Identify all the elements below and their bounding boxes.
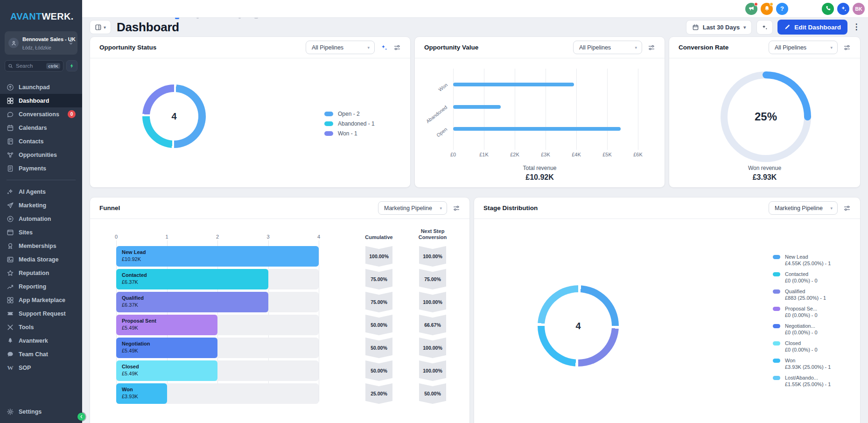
funnel-stage-row-proposal-sent[interactable]: Proposal Sent£5.49K [116, 315, 319, 335]
search-input[interactable] [16, 63, 43, 69]
account-switcher[interactable]: Bennovate Sales - UK Łódz, Łódzkie [5, 31, 77, 55]
donut-total: 4 [545, 292, 612, 360]
pipeline-filter-select[interactable]: All Pipelines ▾ [573, 41, 642, 54]
sidebar-item-support-request[interactable]: Support Request [0, 307, 82, 320]
chart-settings-icon[interactable] [453, 204, 460, 212]
sidebar-item-app-marketplace[interactable]: App Marketplace [0, 293, 82, 307]
sidebar-item-marketing[interactable]: Marketing [0, 198, 82, 212]
edit-dashboard-button[interactable]: Edit Dashboard [777, 20, 847, 35]
conversion-rate-gauge[interactable]: 25% [721, 71, 811, 162]
sidebar-item-launchpad[interactable]: Launchpad [0, 80, 82, 94]
sidebar-item-memberships[interactable]: Memberships [0, 239, 82, 253]
sidebar-item-sites[interactable]: Sites [0, 226, 82, 239]
stage-distribution-body: 4 New Lead£4.55K (25.00%) - 1Contacted£0… [474, 219, 860, 423]
legend-item[interactable]: Contacted£0 (0.00%) - 0 [773, 271, 831, 284]
stage-distribution-card: Stage Distribution Marketing Pipeline ▾ … [474, 197, 861, 423]
funnel-chart[interactable]: 01234 New Lead£10.92KContacted£6.37KQual… [99, 225, 319, 406]
sidebar-item-label: SOP [19, 365, 31, 371]
stage-value: £5.49K [122, 325, 156, 331]
value-bar-open[interactable] [453, 127, 621, 131]
opportunity-status-donut-chart[interactable]: 4 [142, 85, 206, 148]
pipeline-filter-select[interactable]: All Pipelines ▾ [769, 41, 838, 54]
sidebar-item-reputation[interactable]: Reputation [0, 266, 82, 280]
ai-insights-button[interactable] [756, 20, 773, 35]
help-button[interactable]: ? [776, 3, 788, 15]
sidebar-item-tools[interactable]: Tools [0, 320, 82, 334]
sidebar-item-media-storage[interactable]: Media Storage [0, 253, 82, 266]
funnel-stage-row-qualified[interactable]: Qualified£6.37K [116, 292, 319, 312]
sidebar-item-label: Payments [19, 165, 46, 172]
value-bar-won[interactable] [453, 83, 574, 86]
notifications-button[interactable] [761, 3, 773, 15]
announcements-button[interactable] [745, 3, 757, 15]
sidebar-item-payments[interactable]: Payments [0, 162, 82, 175]
legend-item[interactable]: Qualified£883 (25.00%) - 1 [773, 288, 831, 301]
legend-item[interactable]: Closed£0 (0.00%) - 0 [773, 340, 831, 353]
sidebar-item-label: Support Request [19, 310, 66, 317]
ai-tools-button[interactable] [837, 3, 849, 15]
sidebar-item-contacts[interactable]: Contacts [0, 134, 82, 148]
stage-name: Closed [122, 364, 139, 369]
pipeline-filter-select[interactable]: All Pipelines ▾ [306, 41, 375, 54]
funnel-stage-row-won[interactable]: Won£3.93K [116, 383, 319, 404]
funnel-stage-row-new-lead[interactable]: New Lead£10.92K [116, 246, 319, 267]
legend-item[interactable]: New Lead£4.55K (25.00%) - 1 [773, 254, 831, 267]
sidebar-item-sop[interactable]: WSOP [0, 361, 82, 374]
search-box[interactable]: ctrlK [5, 60, 63, 71]
sidebar-item-team-chat[interactable]: Team Chat [0, 347, 82, 361]
chart-settings-icon[interactable] [843, 44, 851, 51]
legend-stage-name: Lost/Abando... [785, 374, 831, 381]
sidebar-collapse-button[interactable] [77, 413, 85, 421]
chart-settings-icon[interactable] [648, 44, 655, 51]
legend-item[interactable]: Won£3.93K (25.00%) - 1 [773, 357, 831, 370]
chart-settings-icon[interactable] [843, 204, 851, 212]
funnel-stage-row-negotiation[interactable]: Negotiation£5.49K [116, 338, 319, 358]
dashboard-switcher-button[interactable]: ▾ [90, 20, 111, 34]
next-step-conversion-column: Next Step Conversion 100.00%75.00%100.00… [416, 225, 449, 406]
funnel-stage-row-contacted[interactable]: Contacted£6.37K [116, 269, 319, 289]
magic-wand-icon[interactable] [380, 44, 388, 51]
opportunity-value-bar-chart[interactable]: WonAbandonedOpen [453, 69, 638, 150]
axis-tick-label: 0 [115, 234, 118, 240]
gridline [484, 69, 484, 150]
funnel-stage-row-closed[interactable]: Closed£5.49K [116, 360, 319, 381]
sidebar-item-reporting[interactable]: Reporting [0, 280, 82, 293]
legend-item[interactable]: Won - 1 [324, 130, 375, 137]
phone-button[interactable] [822, 3, 834, 15]
sidebar-item-dashboard[interactable]: Dashboard [0, 94, 82, 107]
legend-stage-value: £0 (0.00%) - 0 [785, 329, 818, 336]
tab-indicator [254, 18, 258, 19]
ai-assistant-button[interactable] [66, 60, 77, 71]
legend-swatch [324, 131, 333, 136]
pipeline-filter-select[interactable]: Marketing Pipeline ▾ [769, 201, 838, 215]
legend-swatch [773, 359, 780, 363]
search-icon [8, 63, 13, 69]
legend-item[interactable]: Lost/Abando...£1.55K (25.00%) - 1 [773, 374, 831, 388]
funnel-bars: New Lead£10.92KContacted£6.37KQualified£… [116, 246, 319, 404]
sidebar-item-ai-agents[interactable]: AI Agents [0, 185, 82, 198]
legend-swatch [773, 341, 780, 345]
legend-item[interactable]: Abandoned - 1 [324, 120, 375, 127]
sidebar-item-calendars[interactable]: Calendars [0, 121, 82, 134]
sidebar-item-settings[interactable]: Settings [0, 405, 82, 418]
opportunities-icon [7, 151, 14, 159]
chart-settings-icon[interactable] [393, 44, 401, 51]
legend-item[interactable]: Negotiation...£0 (0.00%) - 0 [773, 323, 831, 336]
legend-item[interactable]: Open - 2 [324, 111, 375, 117]
pipeline-filter-select[interactable]: Marketing Pipeline ▾ [378, 201, 447, 215]
axis-tick-label: £6K [633, 152, 643, 157]
sidebar-item-automation[interactable]: Automation [0, 212, 82, 226]
stage-distribution-donut-chart[interactable]: 4 [538, 285, 619, 367]
sidebar-item-avantwerk[interactable]: Avantwerk [0, 334, 82, 347]
more-options-button[interactable]: ⋮ [852, 20, 861, 34]
category-label: Open [435, 126, 448, 138]
date-range-picker[interactable]: Last 30 Days ▾ [686, 20, 752, 35]
brand-logo-primary: AVANT [10, 11, 42, 21]
legend-swatch [773, 289, 780, 294]
sidebar-item-conversations[interactable]: Conversations0 [0, 107, 82, 121]
legend-stage-value: £883 (25.00%) - 1 [785, 295, 826, 301]
sidebar-item-opportunities[interactable]: Opportunities [0, 148, 82, 162]
value-bar-abandoned[interactable] [453, 105, 501, 109]
user-avatar[interactable]: BK [853, 3, 865, 15]
legend-item[interactable]: Proposal Se...£0 (0.00%) - 0 [773, 305, 831, 318]
